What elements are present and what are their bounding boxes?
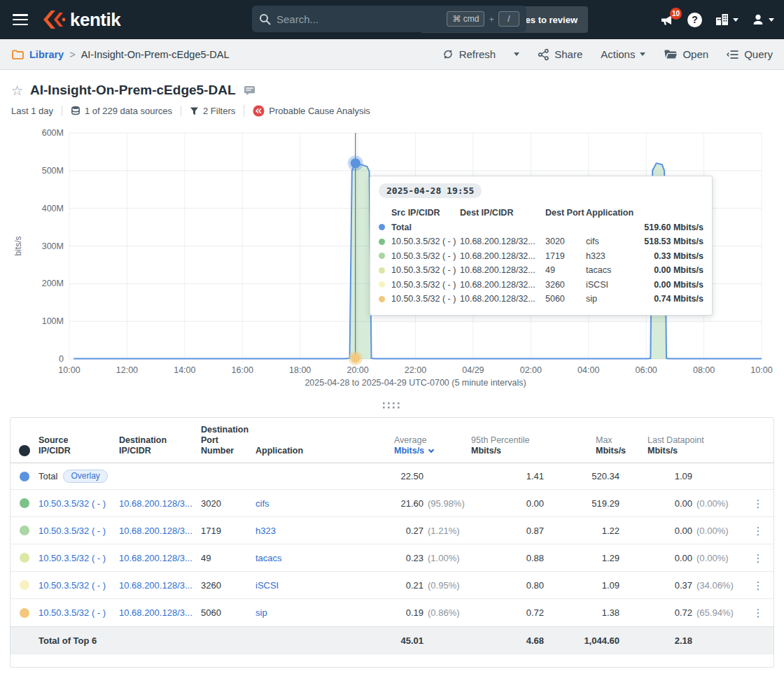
last-datapoint-cell: 0.72(65.94%) [628,607,743,618]
col-header-source[interactable]: SourceIP/CIDR [38,435,119,456]
time-range-label: Last 1 day [11,106,53,116]
destination-ip-link[interactable]: 10.68.200.128/3... [119,580,192,591]
dest-port-value: 49 [201,553,255,563]
top-talkers-table: SourceIP/CIDR DestinationIP/CIDR Destina… [10,417,774,668]
application-link[interactable]: cifs [255,498,270,509]
last-datapoint-cell: 0.00(0.00%) [628,553,743,563]
table-rows: 10.50.3.5/32 ( - )10.68.200.128/3...3020… [10,490,774,626]
tooltip-dest: 10.68.200.128/32... [460,249,545,264]
row-menu-button[interactable]: ⋮ [748,495,769,512]
tooltip-app: h323 [586,249,640,264]
global-search[interactable]: ⌘ cmd + / [252,6,526,32]
actions-label: Actions [601,48,635,60]
col-header-average[interactable]: Average Mbits/s [360,435,467,456]
tooltip-value: 519.60 Mbits/s [640,220,704,235]
svg-text:20:00: 20:00 [346,365,368,375]
col-header-dest-port[interactable]: DestinationPortNumber [201,425,255,456]
tooltip-col-dest: Dest IP/CIDR [460,206,545,220]
menu-icon[interactable] [13,14,28,25]
data-sources-chip[interactable]: 1 of 229 data sources [62,106,181,116]
search-input[interactable] [276,13,447,25]
open-button[interactable]: Open [664,48,708,60]
svg-text:200M: 200M [42,279,64,288]
filters-label: 2 Filters [203,106,235,116]
col-header-95th[interactable]: 95th Percentile Mbits/s [467,435,552,456]
row-menu-button[interactable]: ⋮ [748,577,769,593]
total-avg: 22.50 [360,471,424,481]
footer-label: Total of Top 6 [38,635,360,646]
data-sources-label: 1 of 229 data sources [85,106,172,116]
application-link[interactable]: iSCSI [255,580,279,591]
time-range-chip[interactable]: Last 1 day [11,106,62,116]
application-link[interactable]: h323 [255,526,276,536]
tooltip-value: 518.53 Mbits/s [640,234,704,249]
actions-button[interactable]: Actions [601,48,645,60]
series-color-dot[interactable] [20,553,29,563]
application-link[interactable]: tacacs [255,553,282,563]
table-footer-row: Total of Top 6 45.01 4.68 1,044.60 2.18 [10,626,774,654]
destination-ip-link[interactable]: 10.68.200.128/3... [119,553,192,563]
series-color-dot[interactable] [20,608,29,618]
svg-text:04/29: 04/29 [462,365,484,375]
probable-cause-chip[interactable]: Probable Cause Analysis [244,105,379,117]
chart-hover-tooltip: 2025-04-28 19:55 Src IP/CIDR Dest IP/CID… [370,176,713,316]
tooltip-src: 10.50.3.5/32 ( - ) [391,263,460,278]
query-button[interactable]: Query [727,48,773,60]
kentik-logo[interactable]: kentik [42,9,120,31]
svg-text:04:00: 04:00 [578,365,599,375]
col-header-max[interactable]: Max Mbits/s [552,435,628,456]
source-ip-link[interactable]: 10.50.3.5/32 ( - ) [38,607,106,618]
breadcrumb-library-link[interactable]: Library [29,49,64,60]
share-button[interactable]: Share [538,48,582,61]
series-color-dot [379,224,385,230]
series-color-dot[interactable] [20,498,29,508]
refresh-button[interactable]: Refresh [442,48,496,60]
destination-ip-link[interactable]: 10.68.200.128/3... [119,526,192,536]
total-last: 1.09 [628,471,692,481]
col-header-last[interactable]: Last Datapoint Mbits/s [628,435,743,456]
help-button[interactable]: ? [687,13,702,27]
col-header-destination[interactable]: DestinationIP/CIDR [119,435,201,456]
destination-ip-link[interactable]: 10.68.200.128/3... [119,607,192,618]
slash-key-badge: / [498,11,519,27]
col-header-application[interactable]: Application [255,446,360,456]
source-ip-link[interactable]: 10.50.3.5/32 ( - ) [38,580,106,591]
destination-ip-link[interactable]: 10.68.200.128/3... [119,498,192,509]
source-ip-link[interactable]: 10.50.3.5/32 ( - ) [38,526,106,536]
comment-icon[interactable] [243,85,256,97]
tooltip-row: 10.50.3.5/32 ( - )10.68.200.128/32...171… [379,249,704,264]
notifications-button[interactable]: 10 [659,13,675,27]
source-ip-link[interactable]: 10.50.3.5/32 ( - ) [38,498,106,509]
filters-chip[interactable]: 2 Filters [181,106,244,116]
tooltip-dest: 10.68.200.128/32... [460,292,545,307]
row-menu-button[interactable]: ⋮ [748,550,769,566]
user-menu-button[interactable] [751,13,774,27]
series-color-dot[interactable] [20,526,29,535]
open-folder-icon [664,48,678,60]
org-switcher-button[interactable] [715,13,738,27]
row-menu-button[interactable]: ⋮ [748,605,769,621]
top-navbar: kentik ies to review ⌘ cmd + / 10 ? [0,0,784,39]
footer-avg: 45.01 [360,635,424,646]
application-link[interactable]: sip [255,607,267,618]
tooltip-port: 3020 [545,234,586,249]
tooltip-col-app: Application [586,206,640,220]
average-cell: 0.21(0.95%) [360,580,467,591]
series-color-dot[interactable] [20,580,29,590]
toggle-all-series-dot[interactable] [19,445,30,456]
refresh-options-button[interactable] [514,52,519,56]
source-ip-link[interactable]: 10.50.3.5/32 ( - ) [38,553,106,563]
user-avatar-icon [751,13,765,27]
footer-last: 2.18 [628,635,692,646]
panel-resize-handle[interactable] [0,402,784,409]
tooltip-port: 3260 [545,278,586,293]
row-menu-button[interactable]: ⋮ [748,523,769,539]
series-color-dot[interactable] [20,472,29,481]
tooltip-value: 0.00 Mbits/s [640,278,704,293]
folder-icon [11,48,24,60]
tooltip-row: 10.50.3.5/32 ( - )10.68.200.128/32...302… [379,234,704,249]
favorite-star-icon[interactable]: ☆ [11,84,23,97]
tooltip-col-port: Dest Port [545,206,586,220]
tooltip-app: cifs [586,234,640,249]
last-datapoint-cell: 0.37(34.06%) [628,580,743,591]
